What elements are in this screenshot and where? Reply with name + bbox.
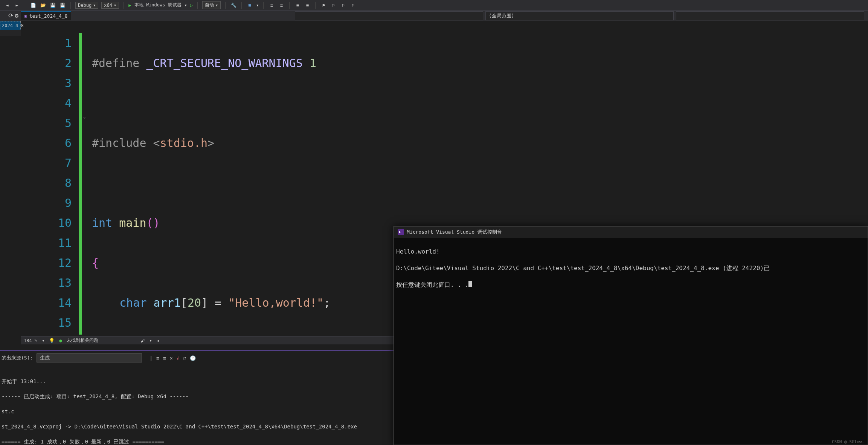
chevron-down-icon[interactable]: ▾	[256, 3, 259, 8]
goto-prev-icon[interactable]: ≡	[156, 355, 159, 361]
cursor	[468, 281, 472, 287]
zoom-level[interactable]: 184 %	[24, 338, 37, 343]
fold-collapse-icon[interactable]: ⌄	[83, 113, 86, 119]
chevron-down-icon: ▾	[215, 3, 218, 8]
line-number: 15	[21, 313, 72, 333]
output-source-dropdown[interactable]: 生成	[37, 353, 142, 362]
config-dropdown[interactable]: Debug ▾	[75, 2, 98, 9]
number: 20	[188, 296, 201, 309]
number: 1	[310, 57, 316, 70]
solution-toolbar: ⟳ ⚙	[0, 12, 21, 19]
console-line: D:\Code\Gitee\Visual Studio 2022\C and C…	[396, 264, 865, 272]
line-number: 14	[21, 293, 72, 313]
clock-icon[interactable]: 🕐	[190, 355, 196, 361]
change-bar	[79, 33, 82, 335]
separator	[241, 2, 242, 9]
line-number: 3	[21, 73, 72, 93]
nav-dropdown-left[interactable]	[295, 11, 483, 20]
line-number: 13	[21, 273, 72, 293]
line-number: 11	[21, 233, 72, 253]
back-icon[interactable]: ◄	[4, 2, 11, 9]
save-all-icon[interactable]: 💾	[59, 2, 66, 9]
refresh-icon[interactable]: ⟳	[8, 12, 13, 19]
macro: _CRT_SECURE_NO_WARNINGS	[139, 57, 310, 70]
bookmark-next-icon[interactable]: ⚐	[340, 2, 346, 9]
indent-icon[interactable]: ≣	[268, 2, 275, 9]
chevron-down-icon: ▾	[93, 3, 96, 8]
auto-dropdown[interactable]: 自动 ▾	[202, 1, 221, 9]
outdent-icon[interactable]: ≣	[278, 2, 285, 9]
line-gutter: 1 2 3 4 5 6 7 8 9 10 11 12 13 14 15	[21, 33, 79, 335]
keyword: int	[92, 216, 119, 229]
line-number: 12	[21, 253, 72, 273]
uncomment-icon[interactable]: ≡	[304, 2, 311, 9]
watermark: CSDN @-SGlow-	[832, 439, 864, 444]
string: "Hello,world!"	[228, 296, 323, 309]
nav-dropdown-right[interactable]	[676, 11, 864, 20]
separator	[25, 2, 25, 9]
chevron-down-icon[interactable]: ▾	[185, 3, 187, 8]
scroll-left-icon[interactable]: ◄	[157, 338, 159, 343]
chevron-down-icon[interactable]: ▾	[42, 338, 44, 343]
identifier: arr1	[154, 296, 181, 309]
toggle-icon[interactable]: ⇄	[183, 355, 186, 361]
preprocessor: #include	[92, 136, 153, 150]
check-icon: ●	[59, 338, 62, 343]
tab-label: test_2024_4_8	[29, 13, 68, 19]
bracket: <	[153, 136, 160, 150]
header: stdio.h	[160, 136, 207, 150]
bookmark-icon[interactable]: ⚑	[320, 2, 327, 9]
main-toolbar: ◄ ► 📄 📂 💾 💾 Debug ▾ x64 ▾ ▶ 本地 Windows 调…	[0, 0, 868, 11]
separator	[315, 2, 316, 9]
fold-bar[interactable]: ⌄	[82, 33, 90, 335]
bulb-icon[interactable]: 💡	[49, 338, 55, 343]
forward-icon[interactable]: ►	[14, 2, 20, 9]
clear-icon[interactable]: ✕	[170, 355, 173, 361]
open-icon[interactable]: 📂	[40, 2, 46, 9]
line-number: 1	[21, 33, 72, 53]
line-number: 2	[21, 53, 72, 73]
play-icon[interactable]: ▶	[128, 3, 131, 8]
play-outline-icon[interactable]: ▷	[190, 3, 193, 8]
line-number: 6	[21, 133, 72, 153]
console-output: Hello,world! D:\Code\Gitee\Visual Studio…	[394, 238, 868, 307]
wrap-icon[interactable]: ↲	[177, 355, 180, 361]
gear-icon[interactable]: ⚙	[15, 12, 18, 19]
output-source-label: 的出来源(S):	[2, 355, 33, 361]
separator	[225, 2, 226, 9]
separator: |	[149, 355, 153, 361]
file-tab[interactable]: ▣ test_2024_4_8	[21, 11, 71, 20]
parens: ()	[146, 216, 160, 229]
bookmark-clear-icon[interactable]: ⚐	[349, 2, 356, 9]
separator	[124, 2, 124, 9]
line-number: 5	[21, 113, 72, 133]
solution-tree: 2024_4_8	[0, 21, 21, 36]
line-number: 10	[21, 213, 72, 233]
separator	[289, 2, 290, 9]
vs-icon	[398, 229, 404, 235]
console-titlebar[interactable]: Microsoft Visual Studio 调试控制台	[394, 226, 868, 238]
bookmark-prev-icon[interactable]: ⚐	[330, 2, 337, 9]
console-line: Hello,world!	[396, 248, 865, 256]
comment-icon[interactable]: ≡	[294, 2, 301, 9]
layout-icon[interactable]: ⊞	[246, 2, 253, 9]
platform-dropdown[interactable]: x64 ▾	[101, 2, 119, 9]
preprocessor: #define	[92, 57, 139, 70]
debug-console-window[interactable]: Microsoft Visual Studio 调试控制台 Hello,worl…	[394, 226, 868, 445]
save-icon[interactable]: 💾	[49, 2, 56, 9]
separator	[197, 2, 198, 9]
toolbox-icon[interactable]: 🔧	[230, 2, 237, 9]
brush-icon[interactable]: 🖌	[140, 338, 145, 343]
tree-item[interactable]: 2024_4_8	[0, 21, 21, 30]
nav-dropdown-scope[interactable]: (全局范围)	[485, 11, 674, 20]
goto-next-icon[interactable]: ≡	[163, 355, 166, 361]
separator	[70, 2, 71, 9]
brace: {	[92, 256, 99, 269]
keyword: char	[119, 296, 153, 309]
chevron-down-icon[interactable]: ▾	[149, 338, 152, 343]
issues-text[interactable]: 未找到相关问题	[67, 337, 98, 344]
function: main	[119, 216, 146, 229]
chevron-down-icon: ▾	[114, 3, 116, 8]
new-file-icon[interactable]: 📄	[30, 2, 37, 9]
debug-button[interactable]: 本地 Windows 调试器	[134, 2, 182, 8]
